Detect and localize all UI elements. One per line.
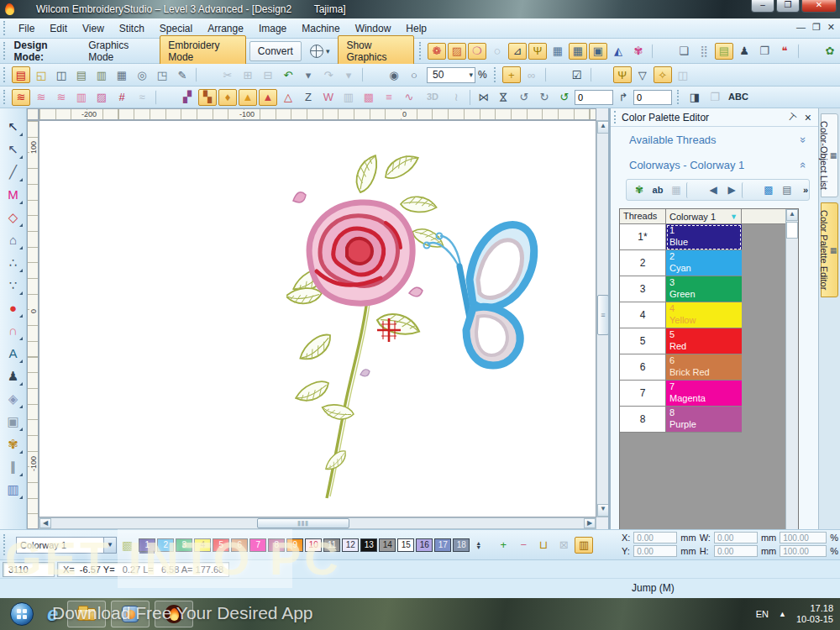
show-needle-icon[interactable]: Ψ — [613, 66, 632, 83]
design-canvas[interactable] — [39, 120, 596, 517]
curved-fill-icon[interactable]: ∿ — [400, 89, 418, 106]
copy-icon[interactable]: ⊞ — [239, 66, 257, 83]
remove-color-icon[interactable]: − — [514, 537, 533, 554]
apply-color-icon[interactable]: ⊔ — [534, 537, 553, 554]
input-a-icon[interactable]: ▞ — [178, 89, 197, 106]
arc-tool[interactable]: ∩ — [3, 319, 24, 342]
toolbar-icon[interactable] — [591, 67, 609, 82]
thread-chart-icon[interactable]: ◨ — [685, 89, 704, 106]
color-swatch-1[interactable]: 1 — [139, 538, 155, 552]
menu-item[interactable]: Help — [398, 20, 434, 37]
zoom-factor-combo[interactable]: 50 ▾ — [427, 67, 475, 83]
internet-explorer-icon[interactable]: e — [47, 602, 58, 626]
taskbar-burner-button[interactable] — [155, 601, 193, 627]
thread-row-2[interactable]: 2 2Cyan — [620, 250, 798, 276]
redo-dropdown-icon[interactable]: ▾ — [339, 66, 358, 83]
lettering-abc-icon[interactable]: ABC — [726, 89, 751, 106]
skew-angle-input[interactable] — [633, 90, 672, 105]
stipple-icon[interactable]: ≡ — [380, 89, 398, 106]
mirror-vertical-icon[interactable]: ⋈ — [496, 88, 512, 107]
print-email-icon[interactable]: ▥ — [92, 66, 111, 83]
language-indicator[interactable]: EN — [756, 609, 769, 619]
table-scroll-up-icon[interactable]: ▲ — [786, 209, 798, 221]
doc-close-icon[interactable]: ✕ — [827, 22, 835, 33]
tray-expand-icon[interactable]: ▲ — [779, 610, 786, 618]
color-swatch-10[interactable]: 10 — [305, 538, 322, 552]
column-fill-icon[interactable]: ▲ — [259, 89, 277, 106]
print-threads-icon[interactable]: ▤ — [779, 182, 795, 198]
canvas-horizontal-scrollbar[interactable]: ◀ ⦀⦀⦀ ▶ — [39, 517, 596, 529]
satin-stitch-icon[interactable]: ≋ — [12, 89, 30, 106]
overview-icon[interactable]: ❐ — [706, 89, 724, 106]
background-image-icon[interactable]: ▣ — [589, 43, 607, 60]
branching-icon[interactable]: ✿ — [821, 43, 839, 60]
reshape-object-tool[interactable]: ⌂ — [3, 228, 24, 251]
threads-column-header[interactable]: Threads — [620, 209, 666, 223]
color-swatch-13[interactable]: 13 — [360, 538, 377, 552]
outline-leaf-icon[interactable]: ❍ — [468, 43, 486, 60]
monogram-tool[interactable]: ♟ — [3, 365, 24, 387]
w-scale-input[interactable] — [780, 532, 827, 543]
color-swatch-6[interactable]: 6 — [231, 538, 248, 552]
edit-threads-icon[interactable]: ▩ — [760, 182, 777, 198]
callout-icon[interactable]: ❝ — [775, 43, 794, 60]
column-gray-icon[interactable]: ▥ — [339, 89, 358, 106]
tatami-stitch-icon[interactable]: ≋ — [32, 89, 50, 106]
measure-icon[interactable]: + — [502, 66, 521, 83]
doc-restore-icon[interactable]: ❐ — [812, 22, 821, 33]
fusion-fill-icon[interactable]: ▲ — [239, 89, 257, 106]
color-swatch-15[interactable]: 15 — [397, 538, 414, 552]
needle-points-icon[interactable]: Ψ — [528, 43, 547, 60]
motif-fill-icon[interactable]: ▩ — [360, 89, 378, 106]
fill-satin-leaf-icon[interactable]: ❁ — [428, 43, 446, 60]
team-design-icon[interactable]: ♟ — [735, 43, 753, 60]
point-digitize-tool[interactable]: ∵ — [3, 274, 24, 297]
new-design-icon[interactable]: ▤ — [12, 66, 30, 83]
three-d-icon[interactable]: 3D — [420, 89, 445, 106]
color-swatch-5[interactable]: 5 — [213, 538, 229, 552]
color-swatch-2[interactable]: 2 — [157, 538, 174, 552]
taskbar-media-player-button[interactable] — [111, 601, 150, 627]
scroll-up-icon[interactable]: ▲ — [597, 121, 609, 134]
reshape-points-icon[interactable]: ⊿ — [508, 43, 527, 60]
add-color-icon[interactable]: + — [494, 537, 512, 554]
toolbar-icon[interactable] — [362, 67, 381, 82]
color-swatch-3[interactable]: 3 — [176, 538, 192, 552]
x-input[interactable] — [633, 532, 677, 543]
dot-grid-icon[interactable]: ⣿ — [695, 43, 713, 60]
minimize-button[interactable]: – — [751, 0, 774, 13]
thread-row-6[interactable]: 6 6Brick Red — [620, 354, 798, 381]
menu-item[interactable]: Machine — [294, 20, 347, 37]
zoom-previous-icon[interactable]: ◉ — [385, 66, 403, 83]
color-swatch-7[interactable]: 7 — [249, 538, 266, 552]
freehand-scribble-tool[interactable]: M — [3, 183, 24, 206]
w-stitch-icon[interactable]: W — [319, 89, 338, 106]
rotate-angle-input[interactable] — [575, 90, 613, 105]
select-tool[interactable]: ↖ — [3, 115, 24, 138]
thread-row-7[interactable]: 7 7Magenta — [620, 381, 798, 407]
parallel-weave-tool[interactable]: ∥ — [3, 455, 24, 478]
pattern-fill-icon[interactable]: ▨ — [92, 89, 111, 106]
show-graphics-button[interactable]: Show Graphics — [338, 35, 414, 67]
cross-stitch-icon[interactable]: # — [113, 89, 131, 106]
reshape-tool[interactable]: ↖ — [3, 138, 24, 160]
tab-color-palette-editor[interactable]: ▦ Color Palette Editor — [821, 202, 838, 297]
rotate-right-icon[interactable]: ↻ — [535, 89, 554, 106]
toolbar-icon[interactable] — [798, 44, 816, 59]
overview-window-icon[interactable]: ❐ — [755, 43, 774, 60]
input-c-icon[interactable]: ♦ — [218, 89, 237, 106]
grid-snap-icon[interactable]: ▦ — [569, 43, 587, 60]
color-swatch-9[interactable]: 9 — [286, 538, 303, 552]
scroll-right-icon[interactable]: ▶ — [584, 518, 596, 528]
color-swatch-11[interactable]: 11 — [323, 538, 340, 552]
y-input[interactable] — [633, 545, 677, 557]
grid-icon[interactable]: ▦ — [549, 43, 567, 60]
column-split-tool[interactable]: ▥ — [3, 478, 24, 501]
maximize-button[interactable]: ❐ — [776, 0, 800, 13]
available-threads-section[interactable]: Available Threads » — [611, 127, 818, 152]
rotate-left-icon[interactable]: ↺ — [515, 89, 533, 106]
diamond-motif-tool[interactable]: ◈ — [3, 387, 24, 410]
delete-colorway-icon[interactable]: ▦ — [668, 182, 685, 198]
table-scrollbar[interactable]: ▲ ▼ — [785, 209, 798, 542]
toolbar-icon[interactable] — [545, 67, 564, 82]
